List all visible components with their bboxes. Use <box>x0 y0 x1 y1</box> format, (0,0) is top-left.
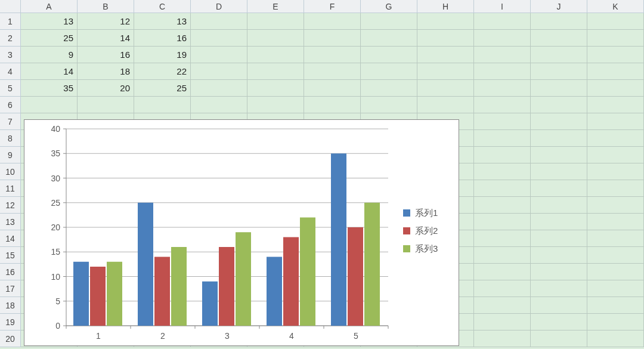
cell[interactable] <box>531 197 587 214</box>
cell[interactable] <box>417 30 474 47</box>
cell[interactable] <box>587 180 644 197</box>
row-header-3[interactable]: 3 <box>0 47 21 63</box>
cell[interactable] <box>361 13 417 30</box>
cell[interactable] <box>191 63 247 80</box>
row-header-11[interactable]: 11 <box>0 180 21 197</box>
cell[interactable] <box>531 130 587 147</box>
cell[interactable] <box>587 214 644 230</box>
cell[interactable]: 22 <box>134 63 191 80</box>
row-header-4[interactable]: 4 <box>0 63 21 80</box>
cell[interactable] <box>531 297 587 314</box>
cell[interactable]: 18 <box>78 63 134 80</box>
cell[interactable] <box>531 97 587 113</box>
row-header-1[interactable]: 1 <box>0 13 21 30</box>
cell[interactable] <box>304 80 361 97</box>
row-header-6[interactable]: 6 <box>0 97 21 113</box>
cell[interactable] <box>587 63 644 80</box>
cell[interactable] <box>587 264 644 280</box>
cell[interactable]: 20 <box>78 80 134 97</box>
cell[interactable] <box>361 80 417 97</box>
cell[interactable] <box>21 97 78 113</box>
cell[interactable] <box>474 63 531 80</box>
col-header-J[interactable]: J <box>531 0 587 13</box>
cell[interactable] <box>587 280 644 297</box>
cell[interactable]: 35 <box>21 80 78 97</box>
cell[interactable]: 16 <box>78 47 134 63</box>
row-header-8[interactable]: 8 <box>0 130 21 147</box>
row-header-2[interactable]: 2 <box>0 30 21 47</box>
cell[interactable] <box>474 180 531 197</box>
cell[interactable] <box>78 97 134 113</box>
cell[interactable] <box>531 214 587 230</box>
cell[interactable] <box>304 30 361 47</box>
cell[interactable] <box>361 97 417 113</box>
cell[interactable] <box>531 280 587 297</box>
row-header-20[interactable]: 20 <box>0 331 21 347</box>
row-header-17[interactable]: 17 <box>0 280 21 297</box>
cell[interactable] <box>531 47 587 63</box>
cell[interactable] <box>587 130 644 147</box>
select-all-corner[interactable] <box>0 0 21 13</box>
embedded-chart[interactable]: 051015202530354012345系列1系列2系列3 <box>24 119 459 346</box>
cell[interactable] <box>474 80 531 97</box>
cell[interactable] <box>417 63 474 80</box>
cell[interactable] <box>531 180 587 197</box>
cell[interactable] <box>474 163 531 180</box>
cell[interactable] <box>247 80 304 97</box>
cell[interactable] <box>474 97 531 113</box>
cell[interactable] <box>474 47 531 63</box>
col-header-I[interactable]: I <box>474 0 531 13</box>
cell[interactable] <box>587 97 644 113</box>
row-header-16[interactable]: 16 <box>0 264 21 280</box>
row-header-7[interactable]: 7 <box>0 113 21 130</box>
cell[interactable] <box>417 80 474 97</box>
cell[interactable] <box>474 297 531 314</box>
cell[interactable] <box>474 314 531 331</box>
cell[interactable]: 16 <box>134 30 191 47</box>
cell[interactable] <box>531 163 587 180</box>
cell[interactable] <box>247 47 304 63</box>
cell[interactable] <box>361 30 417 47</box>
cell[interactable] <box>361 63 417 80</box>
cell[interactable] <box>474 130 531 147</box>
col-header-F[interactable]: F <box>304 0 361 13</box>
row-header-9[interactable]: 9 <box>0 147 21 163</box>
cell[interactable] <box>474 230 531 247</box>
row-header-5[interactable]: 5 <box>0 80 21 97</box>
cell[interactable]: 13 <box>21 13 78 30</box>
cell[interactable]: 9 <box>21 47 78 63</box>
col-header-C[interactable]: C <box>134 0 191 13</box>
col-header-H[interactable]: H <box>417 0 474 13</box>
cell[interactable] <box>531 63 587 80</box>
cell[interactable] <box>247 30 304 47</box>
cell[interactable] <box>304 47 361 63</box>
row-header-10[interactable]: 10 <box>0 163 21 180</box>
cell[interactable] <box>191 80 247 97</box>
cell[interactable] <box>587 247 644 264</box>
cell[interactable] <box>587 113 644 130</box>
cell[interactable] <box>531 113 587 130</box>
cell[interactable] <box>247 13 304 30</box>
cell[interactable] <box>587 314 644 331</box>
col-header-B[interactable]: B <box>78 0 134 13</box>
cell[interactable] <box>587 47 644 63</box>
cell[interactable] <box>361 47 417 63</box>
cell[interactable]: 14 <box>21 63 78 80</box>
cell[interactable] <box>531 314 587 331</box>
cell[interactable] <box>587 297 644 314</box>
col-header-A[interactable]: A <box>21 0 78 13</box>
cell[interactable] <box>587 147 644 163</box>
cell[interactable] <box>531 230 587 247</box>
cell[interactable] <box>417 97 474 113</box>
col-header-G[interactable]: G <box>361 0 417 13</box>
cell[interactable] <box>304 63 361 80</box>
cell[interactable] <box>587 197 644 214</box>
cell[interactable]: 19 <box>134 47 191 63</box>
cell[interactable] <box>587 13 644 30</box>
cell[interactable] <box>474 214 531 230</box>
cell[interactable] <box>531 13 587 30</box>
cell[interactable]: 25 <box>134 80 191 97</box>
cell[interactable] <box>474 247 531 264</box>
cell[interactable] <box>191 97 247 113</box>
cell[interactable] <box>247 97 304 113</box>
